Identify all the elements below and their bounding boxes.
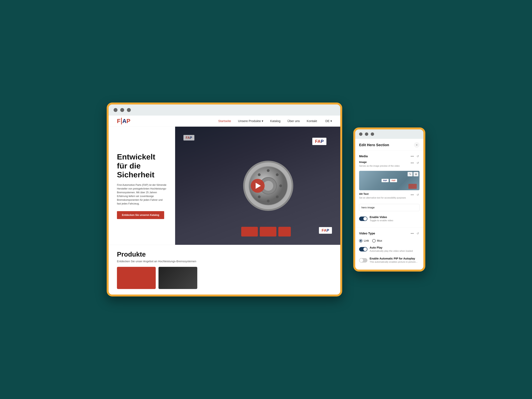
nav-link-katalog[interactable]: Katalog [270,119,280,123]
panel-alt-text-header: Alt Text Set an alternative text for acc… [359,192,419,201]
video-type-radio-group: Link Mux [359,238,419,244]
panel-image-subsection: Image Serves as the image preview of the… [359,161,419,190]
product-thumb-2 [158,267,197,289]
panel-image-header: Image Serves as the image preview of the… [359,161,419,169]
brake-pads [241,227,291,236]
panel-dot-1 [359,133,362,136]
hero-title: Entwickelt für die Sicherheit [117,152,167,179]
enable-video-toggle[interactable] [359,216,367,221]
hero-left-content: Entwickelt für die Sicherheit First Auto… [109,127,175,245]
video-type-refresh-button[interactable]: ↺ [416,231,419,236]
radio-option-link[interactable]: Link [359,239,369,242]
play-button[interactable] [251,179,265,193]
auto-play-text: Auto Play Automatically play the video w… [370,246,413,253]
auto-play-toggle[interactable] [359,247,367,252]
site-navbar: F A P Startseite Unsere Produkte ▾ Katal… [109,115,340,127]
preview-delete-button[interactable]: ⊞ [413,172,418,176]
logo-letter-a: A [122,118,127,124]
svg-point-11 [258,173,261,176]
panel-alt-text-label: Alt Text [359,192,410,196]
enable-video-desc: Toggle to enable video [370,219,393,222]
auto-play-toggle-row: Auto Play Automatically play the video w… [359,244,419,255]
radio-label-mux: Mux [377,239,382,242]
panel-dot-3 [371,133,374,136]
panel-media-section: Media ••• ↺ Image Serves as the image pr… [355,151,423,228]
browser-content-left: F A P Startseite Unsere Produkte ▾ Katal… [109,115,340,295]
nav-link-ueber-uns[interactable]: Über uns [287,119,300,123]
fap-sign-right: FAP [312,138,326,145]
svg-point-8 [267,200,270,203]
image-more-button[interactable]: ••• [410,161,414,165]
products-title: Produkte [117,250,332,258]
video-type-more-button[interactable]: ••• [410,231,414,236]
panel-content: Edit Hero Section × Media ••• ↺ Image [355,139,423,270]
fap-sign-bottom-text: FA [322,228,327,233]
panel-alt-text-text: Alt Text Set an alternative text for acc… [359,192,410,201]
brake-disc-graphic [242,159,295,212]
alt-text-more-button[interactable]: ••• [410,192,414,197]
media-more-button[interactable]: ••• [410,154,414,159]
enable-video-toggle-row: Enable Video Toggle to enable video [359,213,419,224]
pip-toggle[interactable] [359,258,367,263]
site-hero: Entwickelt für die Sicherheit First Auto… [109,127,340,245]
nav-link-kontakt[interactable]: Kontakt [307,119,317,123]
svg-point-3 [263,181,273,191]
panel-alt-text-desc: Set an alternative text for accessibilit… [359,196,410,199]
panel-video-type-section: Video Type ••• ↺ Link Mux [355,228,423,269]
panel-video-type-header: Video Type ••• ↺ [359,231,419,236]
fap-sign-text: FA [315,139,321,144]
alt-text-refresh-button[interactable]: ↺ [416,193,419,197]
svg-point-5 [276,173,279,176]
hero-image-area: FAP FAP FAP [175,127,340,245]
panel-dot-2 [365,133,368,136]
browser-titlebar-left [109,104,340,115]
panel-media-header: Media ••• ↺ [359,154,419,159]
dropdown-chevron-icon: ▾ [262,119,263,123]
lang-chevron-icon: ▾ [330,119,332,123]
radio-label-link: Link [364,239,369,242]
panel-image-label: Image [359,161,410,164]
desktop: F A P Startseite Unsere Produkte ▾ Katal… [0,0,532,399]
fap-sign-left: FAP [184,135,194,140]
media-refresh-button[interactable]: ↺ [416,154,419,158]
image-preview-action-bar: ✎ ⊞ [408,172,418,176]
site-logo: F A P [117,118,130,124]
radio-option-mux[interactable]: Mux [372,239,382,242]
browser-window-right: Edit Hero Section × Media ••• ↺ Image [353,127,425,272]
toggle-knob-video [363,217,367,221]
alt-text-input[interactable] [359,204,419,211]
panel-title: Edit Hero Section [359,143,414,147]
products-row [117,267,332,289]
preview-edit-button[interactable]: ✎ [408,172,412,176]
toggle-knob-autoplay [363,247,367,251]
panel-titlebar [355,129,423,139]
nav-lang[interactable]: DE ▾ [325,119,332,123]
hero-description: First Automotive Parts (FAP) ist der füh… [117,183,167,206]
nav-link-startseite[interactable]: Startseite [218,119,231,123]
preview-brake-pads [408,184,417,189]
play-triangle-icon [256,183,261,189]
panel-media-title: Media [359,154,410,158]
toggle-knob-pip [360,259,363,262]
panel-alt-text-subsection: Alt Text Set an alternative text for acc… [359,192,419,211]
product-thumb-1 [117,267,156,289]
pip-desc: This automatically enables picture-in-pi… [370,260,418,264]
radio-dot-link [360,240,361,242]
enable-video-text: Enable Video Toggle to enable video [370,215,393,222]
nav-link-produkte[interactable]: Unsere Produkte ▾ [238,119,263,123]
radio-circle-link [359,239,362,242]
browser-window-left: F A P Startseite Unsere Produkte ▾ Katal… [107,102,342,297]
panel-image-desc: Serves as the image preview of the video [359,165,410,167]
image-refresh-button[interactable]: ↺ [416,161,419,165]
site-nav-links: Startseite Unsere Produkte ▾ Katalog Übe… [218,119,317,123]
svg-point-7 [276,196,279,198]
window-dot-1 [114,108,117,112]
panel-close-button[interactable]: × [414,142,419,148]
pip-label: Enable Automatic PIP for Autoplay [370,257,418,260]
window-dot-3 [127,108,131,112]
image-preview: FAP FAP ✎ ⊞ [359,171,419,190]
panel-alt-text-actions: ••• ↺ [410,192,419,197]
site-products-section: Produkte Entdecken Sie unser Angebot an … [109,245,340,295]
hero-cta-button[interactable]: Entdecken Sie unseren Katalog [117,211,164,219]
logo-letter-f: F [117,118,120,124]
